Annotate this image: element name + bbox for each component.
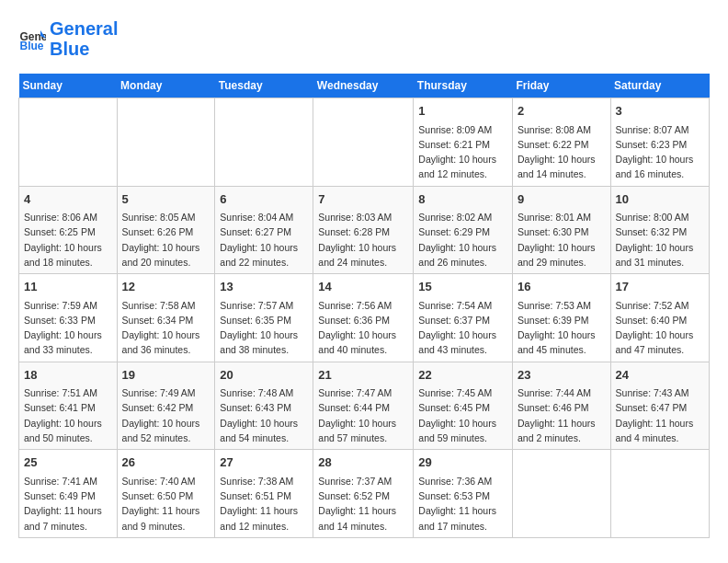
day-number: 18	[24, 366, 112, 385]
day-info: Sunrise: 8:07 AM Sunset: 6:23 PM Dayligh…	[616, 122, 704, 182]
day-number: 24	[616, 366, 704, 385]
calendar-cell	[512, 450, 610, 538]
calendar-cell: 16Sunrise: 7:53 AM Sunset: 6:39 PM Dayli…	[512, 274, 610, 362]
day-number: 8	[418, 190, 507, 209]
day-number: 3	[616, 102, 704, 121]
day-info: Sunrise: 7:49 AM Sunset: 6:42 PM Dayligh…	[122, 385, 210, 445]
calendar-cell: 8Sunrise: 8:02 AM Sunset: 6:29 PM Daylig…	[414, 186, 513, 274]
calendar-cell: 7Sunrise: 8:03 AM Sunset: 6:28 PM Daylig…	[313, 186, 414, 274]
calendar-table: SundayMondayTuesdayWednesdayThursdayFrid…	[18, 74, 710, 538]
calendar-cell: 6Sunrise: 8:04 AM Sunset: 6:27 PM Daylig…	[215, 186, 313, 274]
day-info: Sunrise: 8:04 AM Sunset: 6:27 PM Dayligh…	[220, 210, 308, 270]
day-of-week-header: Saturday	[610, 74, 709, 98]
calendar-cell: 29Sunrise: 7:36 AM Sunset: 6:53 PM Dayli…	[414, 450, 513, 538]
calendar-cell: 11Sunrise: 7:59 AM Sunset: 6:33 PM Dayli…	[19, 274, 118, 362]
day-number: 4	[24, 190, 112, 209]
day-number: 20	[220, 366, 308, 385]
calendar-cell	[215, 98, 313, 187]
calendar-cell: 4Sunrise: 8:06 AM Sunset: 6:25 PM Daylig…	[19, 186, 118, 274]
day-number: 16	[518, 278, 606, 296]
day-info: Sunrise: 7:44 AM Sunset: 6:46 PM Dayligh…	[518, 385, 606, 445]
day-number: 6	[220, 190, 308, 209]
day-number: 23	[518, 366, 606, 385]
day-info: Sunrise: 7:37 AM Sunset: 6:52 PM Dayligh…	[318, 474, 408, 534]
day-info: Sunrise: 7:38 AM Sunset: 6:51 PM Dayligh…	[220, 474, 308, 534]
day-number: 13	[220, 278, 308, 296]
calendar-cell: 14Sunrise: 7:56 AM Sunset: 6:36 PM Dayli…	[313, 274, 414, 362]
day-number: 29	[418, 454, 507, 472]
day-number: 22	[418, 366, 507, 385]
calendar-cell: 23Sunrise: 7:44 AM Sunset: 6:46 PM Dayli…	[512, 362, 610, 450]
calendar-cell: 28Sunrise: 7:37 AM Sunset: 6:52 PM Dayli…	[313, 450, 414, 538]
day-number: 5	[122, 190, 210, 209]
day-of-week-header: Monday	[117, 74, 215, 98]
calendar-cell: 2Sunrise: 8:08 AM Sunset: 6:22 PM Daylig…	[512, 98, 610, 187]
day-number: 2	[518, 102, 606, 121]
day-info: Sunrise: 7:51 AM Sunset: 6:41 PM Dayligh…	[24, 385, 112, 445]
day-info: Sunrise: 7:40 AM Sunset: 6:50 PM Dayligh…	[122, 474, 210, 534]
calendar-cell	[117, 98, 215, 187]
day-of-week-header: Wednesday	[313, 74, 414, 98]
day-of-week-header: Thursday	[414, 74, 513, 98]
calendar-cell: 21Sunrise: 7:47 AM Sunset: 6:44 PM Dayli…	[313, 362, 414, 450]
day-info: Sunrise: 7:47 AM Sunset: 6:44 PM Dayligh…	[318, 385, 408, 445]
calendar-cell: 20Sunrise: 7:48 AM Sunset: 6:43 PM Dayli…	[215, 362, 313, 450]
day-info: Sunrise: 7:45 AM Sunset: 6:45 PM Dayligh…	[418, 385, 507, 445]
day-info: Sunrise: 7:43 AM Sunset: 6:47 PM Dayligh…	[616, 385, 704, 445]
day-number: 11	[24, 278, 112, 296]
day-number: 14	[318, 278, 408, 296]
calendar-body: 1Sunrise: 8:09 AM Sunset: 6:21 PM Daylig…	[19, 98, 710, 538]
calendar-cell: 9Sunrise: 8:01 AM Sunset: 6:30 PM Daylig…	[512, 186, 610, 274]
calendar-cell: 17Sunrise: 7:52 AM Sunset: 6:40 PM Dayli…	[610, 274, 709, 362]
day-info: Sunrise: 7:58 AM Sunset: 6:34 PM Dayligh…	[122, 298, 210, 358]
calendar-cell: 10Sunrise: 8:00 AM Sunset: 6:32 PM Dayli…	[610, 186, 709, 274]
day-number: 19	[122, 366, 210, 385]
calendar-week-row: 25Sunrise: 7:41 AM Sunset: 6:49 PM Dayli…	[19, 450, 710, 538]
calendar-header-row: SundayMondayTuesdayWednesdayThursdayFrid…	[19, 74, 710, 98]
day-info: Sunrise: 7:54 AM Sunset: 6:37 PM Dayligh…	[418, 298, 507, 358]
calendar-week-row: 4Sunrise: 8:06 AM Sunset: 6:25 PM Daylig…	[19, 186, 710, 274]
calendar-cell: 18Sunrise: 7:51 AM Sunset: 6:41 PM Dayli…	[19, 362, 118, 450]
day-info: Sunrise: 7:48 AM Sunset: 6:43 PM Dayligh…	[220, 385, 308, 445]
day-info: Sunrise: 7:59 AM Sunset: 6:33 PM Dayligh…	[24, 298, 112, 358]
calendar-cell: 19Sunrise: 7:49 AM Sunset: 6:42 PM Dayli…	[117, 362, 215, 450]
day-info: Sunrise: 7:53 AM Sunset: 6:39 PM Dayligh…	[518, 298, 606, 358]
day-number: 7	[318, 190, 408, 209]
day-info: Sunrise: 7:41 AM Sunset: 6:49 PM Dayligh…	[24, 474, 112, 534]
day-number: 17	[616, 278, 704, 296]
day-of-week-header: Sunday	[19, 74, 118, 98]
day-number: 21	[318, 366, 408, 385]
day-number: 1	[418, 102, 507, 121]
day-info: Sunrise: 8:09 AM Sunset: 6:21 PM Dayligh…	[418, 122, 507, 182]
calendar-cell: 22Sunrise: 7:45 AM Sunset: 6:45 PM Dayli…	[414, 362, 513, 450]
calendar-cell: 24Sunrise: 7:43 AM Sunset: 6:47 PM Dayli…	[610, 362, 709, 450]
day-info: Sunrise: 7:36 AM Sunset: 6:53 PM Dayligh…	[418, 474, 507, 534]
day-info: Sunrise: 7:56 AM Sunset: 6:36 PM Dayligh…	[318, 298, 408, 358]
calendar-cell: 12Sunrise: 7:58 AM Sunset: 6:34 PM Dayli…	[117, 274, 215, 362]
day-number: 25	[24, 454, 112, 472]
calendar-cell: 3Sunrise: 8:07 AM Sunset: 6:23 PM Daylig…	[610, 98, 709, 187]
day-info: Sunrise: 8:00 AM Sunset: 6:32 PM Dayligh…	[616, 210, 704, 270]
day-number: 26	[122, 454, 210, 472]
calendar-week-row: 11Sunrise: 7:59 AM Sunset: 6:33 PM Dayli…	[19, 274, 710, 362]
logo-icon: General Blue	[18, 25, 46, 52]
svg-text:Blue: Blue	[20, 40, 44, 52]
logo-text: GeneralBlue	[50, 18, 118, 59]
day-info: Sunrise: 8:06 AM Sunset: 6:25 PM Dayligh…	[24, 210, 112, 270]
day-info: Sunrise: 8:05 AM Sunset: 6:26 PM Dayligh…	[122, 210, 210, 270]
calendar-cell: 5Sunrise: 8:05 AM Sunset: 6:26 PM Daylig…	[117, 186, 215, 274]
calendar-cell: 13Sunrise: 7:57 AM Sunset: 6:35 PM Dayli…	[215, 274, 313, 362]
day-info: Sunrise: 8:03 AM Sunset: 6:28 PM Dayligh…	[318, 210, 408, 270]
calendar-cell	[19, 98, 118, 187]
day-info: Sunrise: 8:01 AM Sunset: 6:30 PM Dayligh…	[518, 210, 606, 270]
day-number: 12	[122, 278, 210, 296]
calendar-cell	[610, 450, 709, 538]
day-info: Sunrise: 8:08 AM Sunset: 6:22 PM Dayligh…	[518, 122, 606, 182]
day-number: 28	[318, 454, 408, 472]
calendar-cell: 1Sunrise: 8:09 AM Sunset: 6:21 PM Daylig…	[414, 98, 513, 187]
page-header: General Blue GeneralBlue	[18, 18, 710, 59]
calendar-week-row: 18Sunrise: 7:51 AM Sunset: 6:41 PM Dayli…	[19, 362, 710, 450]
logo: General Blue GeneralBlue	[18, 18, 118, 59]
day-info: Sunrise: 8:02 AM Sunset: 6:29 PM Dayligh…	[418, 210, 507, 270]
calendar-cell: 25Sunrise: 7:41 AM Sunset: 6:49 PM Dayli…	[19, 450, 118, 538]
